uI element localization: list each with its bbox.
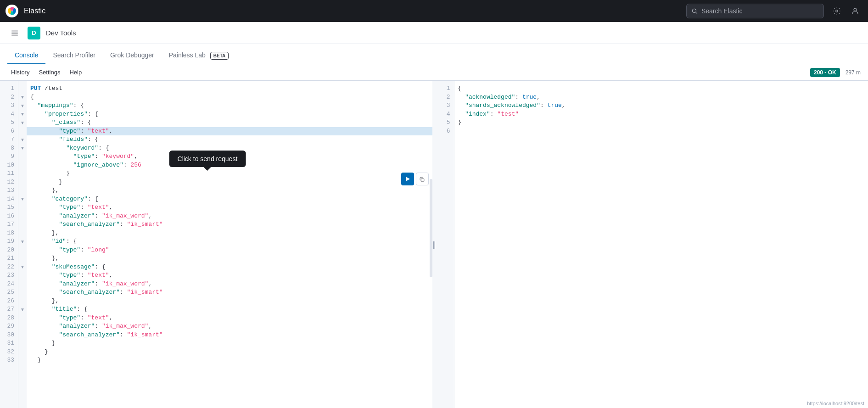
elastic-logo	[6, 5, 18, 17]
top-bar-icons	[829, 4, 862, 18]
fold-markers: ▼▼▼▼▼▼▼▼▼▼	[18, 81, 27, 408]
tooltip-text: Click to send request	[178, 155, 238, 162]
response-pane: 123456 { "acknowledged": true, "shards_a…	[436, 81, 868, 408]
svg-rect-13	[421, 179, 424, 182]
help-button[interactable]: Help	[66, 67, 85, 78]
beta-badge: BETA	[210, 52, 229, 60]
user-badge: D	[28, 27, 40, 39]
editor-line-numbers: 1234567891011121314151617181920212223242…	[0, 81, 18, 408]
response-code: { "acknowledged": true, "shards_acknowle…	[454, 81, 868, 408]
svg-line-6	[696, 12, 697, 14]
editor-code[interactable]: PUT /test{ "mappings": { "properties": {…	[27, 81, 432, 408]
settings-icon-btn[interactable]	[829, 4, 844, 18]
search-icon	[691, 8, 698, 14]
svg-marker-12	[406, 177, 410, 181]
svg-point-7	[836, 10, 838, 12]
tab-grok-debugger[interactable]: Grok Debugger	[103, 47, 162, 64]
tooltip-container: Click to send request	[169, 151, 246, 167]
search-placeholder: Search Elastic	[701, 7, 742, 15]
settings-button[interactable]: Settings	[35, 67, 64, 78]
response-time: 297 m	[846, 69, 861, 76]
url-hint: https://localhost:9200/test	[807, 401, 864, 406]
send-request-button[interactable]	[401, 173, 414, 185]
second-bar: D Dev Tools	[0, 22, 868, 44]
search-bar[interactable]: Search Elastic	[686, 4, 824, 18]
main-area: 1234567891011121314151617181920212223242…	[0, 81, 868, 408]
top-bar: Elastic Search Elastic	[0, 0, 868, 22]
user-icon-btn[interactable]	[848, 4, 862, 18]
svg-point-0	[6, 5, 18, 17]
action-buttons	[401, 173, 429, 185]
svg-point-5	[692, 9, 696, 12]
editor-pane: 1234567891011121314151617181920212223242…	[0, 81, 432, 408]
tab-search-profiler[interactable]: Search Profiler	[45, 47, 103, 64]
editor-scrollbar[interactable]	[430, 179, 432, 277]
history-button[interactable]: History	[7, 67, 33, 78]
status-badge: 200 - OK	[810, 68, 840, 77]
hamburger-button[interactable]	[7, 26, 22, 40]
pane-divider[interactable]: ‖	[432, 81, 436, 408]
copy-curl-button[interactable]	[416, 173, 429, 185]
tab-painless-lab[interactable]: Painless Lab BETA	[162, 47, 236, 64]
tab-console[interactable]: Console	[7, 47, 45, 64]
tooltip-box: Click to send request	[169, 151, 246, 167]
toolbar-row: History Settings Help 200 - OK 297 m	[0, 64, 868, 81]
response-line-numbers: 123456	[436, 81, 454, 408]
tabs-bar: Console Search Profiler Grok Debugger Pa…	[0, 44, 868, 64]
app-title: Elastic	[24, 7, 45, 15]
second-bar-title: Dev Tools	[46, 29, 76, 37]
svg-point-8	[854, 8, 857, 11]
